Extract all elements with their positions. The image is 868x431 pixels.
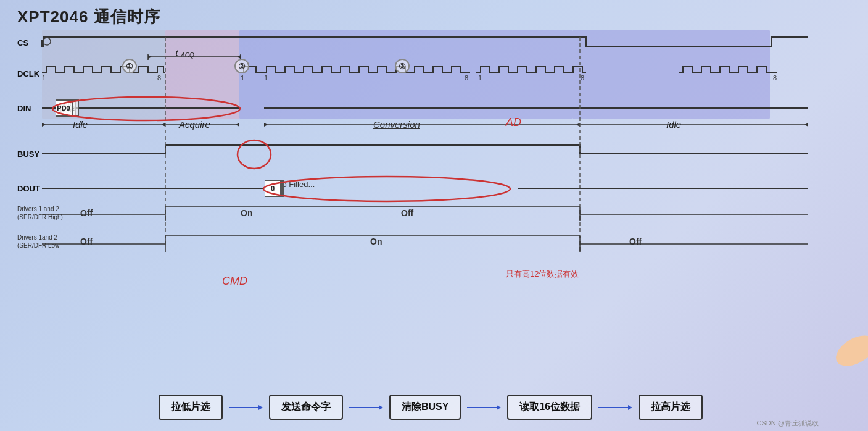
timing-svg: 1 8 t ACQ 1 1 8 1 8 8 (0, 0, 868, 266)
hand-decoration (819, 320, 868, 369)
flow-arrow-3 (467, 402, 501, 413)
drv1-on: On (241, 208, 252, 218)
din-bit-pd0: PD0 (56, 99, 73, 117)
svg-text:8: 8 (157, 74, 161, 82)
ad-annotation: AD (506, 116, 521, 129)
svg-marker-6 (148, 55, 152, 59)
phase-idle1: Idle (73, 119, 88, 130)
drv2-off2: Off (629, 236, 642, 246)
drv1-label: Drivers 1 and 2 (SER/DFR High) (17, 205, 63, 221)
flow-box-1: 拉低片选 (159, 395, 223, 420)
svg-point-0 (43, 38, 51, 45)
svg-marker-50 (497, 405, 501, 410)
phase-circle-1: ① (122, 59, 137, 73)
flow-box-4: 读取16位数据 (507, 395, 592, 420)
svg-marker-19 (42, 123, 46, 127)
flow-arrow-1 (229, 402, 263, 413)
dout-bits-container: 11 10 9 8 7 6 5 4 3 2 1 0 Zero Filled... (265, 180, 315, 189)
flow-chart: 拉低片选 发送命令字 清除BUSY 读取16位数据 拉高片选 (17, 395, 844, 420)
dout-bit-0: 0 (265, 180, 281, 197)
flow-arrow-4 (598, 402, 632, 413)
svg-marker-27 (804, 123, 808, 127)
cmd-annotation: CMD (222, 275, 247, 288)
svg-text:ACQ: ACQ (180, 52, 194, 59)
main-container: XPT2046 通信时序 1 8 t ACQ 1 (0, 0, 868, 431)
svg-text:1: 1 (241, 74, 244, 82)
svg-marker-25 (576, 123, 580, 127)
svg-text:8: 8 (773, 74, 777, 82)
drv1-off2: Off (401, 208, 413, 218)
flow-box-2: 发送命令字 (269, 395, 343, 420)
phase-acquire: Acquire (179, 119, 210, 130)
svg-marker-48 (379, 405, 383, 410)
drv2-off1: Off (80, 236, 93, 246)
dclk-label: DCLK (17, 69, 39, 78)
phase-circle-2: ② (234, 59, 249, 73)
svg-point-53 (831, 329, 868, 369)
flow-box-5: 拉高片选 (639, 395, 703, 420)
svg-marker-20 (162, 123, 165, 127)
svg-text:t: t (176, 49, 178, 57)
watermark: CSDN @青丘狐说欧 (757, 419, 819, 428)
svg-marker-24 (264, 123, 268, 127)
svg-text:8: 8 (465, 74, 468, 82)
busy-label: BUSY (17, 149, 39, 159)
svg-marker-52 (628, 405, 632, 410)
drv1-off1: Off (80, 208, 93, 218)
flow-box-3: 清除BUSY (389, 395, 461, 420)
phase-conversion: Conversion (373, 119, 420, 130)
svg-text:1: 1 (264, 74, 268, 82)
drv2-on: On (370, 236, 382, 246)
svg-marker-7 (237, 55, 241, 59)
zh-annotation: 只有高12位数据有效 (506, 269, 579, 280)
phase-circle-3: ③ (395, 59, 410, 73)
svg-marker-46 (258, 405, 263, 410)
cs-label: CS (17, 38, 28, 48)
din-label: DIN (17, 104, 31, 113)
drv2-label: Drivers 1and 2 (SER/DFR Low (17, 233, 59, 249)
dout-label: DOUT (17, 184, 40, 193)
svg-text:1: 1 (478, 74, 482, 82)
svg-text:1: 1 (42, 74, 46, 82)
phase-idle2: Idle (666, 119, 681, 130)
svg-marker-22 (236, 123, 239, 127)
svg-text:8: 8 (581, 74, 584, 82)
flow-arrow-2 (349, 402, 383, 413)
